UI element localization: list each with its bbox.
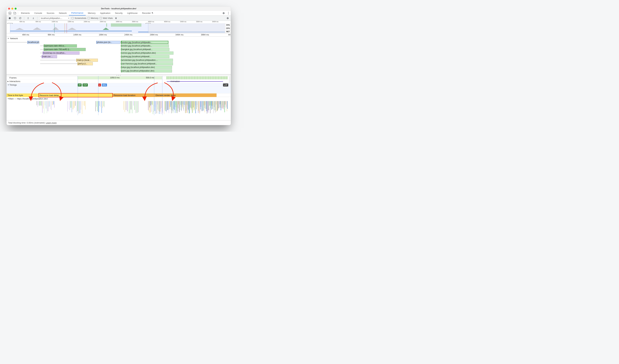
main-thread-label: Main — https://localhost.philipwalton.de… bbox=[9, 98, 48, 100]
tab-memory[interactable]: Memory bbox=[86, 11, 98, 15]
network-request[interactable]: photos.json (lo... bbox=[96, 41, 120, 44]
network-request[interactable]: venice.jpg (localhost.philipwalton.dev) bbox=[121, 52, 174, 55]
network-request[interactable]: opensans-latin-400.w... bbox=[44, 44, 77, 47]
tab-network[interactable]: Network bbox=[57, 11, 69, 15]
zoom-icon[interactable] bbox=[15, 8, 17, 10]
network-header[interactable]: ▼ Network bbox=[6, 37, 231, 40]
webvitals-checkbox[interactable]: Web Vitals bbox=[100, 17, 113, 19]
network-request-label: bootstrap.css (localhos... bbox=[43, 52, 66, 54]
minimize-icon[interactable] bbox=[11, 8, 13, 10]
titlebar: DevTools - localhost.philipwalton.dev/ bbox=[6, 6, 231, 11]
timing-badge-fcp[interactable]: FCP bbox=[83, 84, 88, 86]
tab-application[interactable]: Application bbox=[98, 11, 113, 15]
timing-segment[interactable]: Resource load delay bbox=[39, 93, 113, 97]
frame-duration: 1050.0 ms bbox=[110, 77, 119, 79]
network-request[interactable]: san-francisco.jpg (localhost.philipwalt.… bbox=[121, 62, 173, 65]
timeline-tick: 494 ms bbox=[22, 33, 29, 36]
inspect-icon[interactable] bbox=[7, 11, 12, 15]
svg-point-3 bbox=[228, 12, 228, 12]
network-request[interactable]: main.css ... bbox=[42, 55, 57, 58]
network-request[interactable]: london.jpg (localhost.philipwalto... bbox=[121, 41, 169, 44]
svg-rect-2 bbox=[15, 13, 16, 14]
network-request[interactable]: main.js (local... bbox=[76, 59, 98, 62]
lane-label-net: NET bbox=[225, 30, 231, 33]
network-request[interactable]: tokyo.jpg (localhost.philipwalton.dev) bbox=[121, 66, 172, 69]
timeline-ruler[interactable]: 494 ms994 ms1494 ms1994 ms2494 ms2994 ms… bbox=[6, 33, 231, 37]
timeline-tick: 1994 ms bbox=[99, 33, 107, 36]
tab-recorder-[interactable]: Recorder ⚗ bbox=[140, 11, 155, 15]
timing-badge-l[interactable]: L bbox=[98, 84, 101, 86]
network-request[interactable]: perf.js (l... bbox=[78, 62, 93, 65]
splitter-icon[interactable]: • • • bbox=[6, 74, 231, 76]
timing-badge-fp[interactable]: FP bbox=[78, 84, 82, 86]
clear-icon[interactable] bbox=[18, 16, 22, 20]
tab-console[interactable]: Console bbox=[32, 11, 44, 15]
tab-security[interactable]: Security bbox=[113, 11, 125, 15]
network-request-label: london.jpg (localhost.philipwalto... bbox=[122, 45, 152, 47]
network-request[interactable]: opensans-latin-700.woff2 (l... bbox=[44, 48, 86, 51]
network-request[interactable]: london.jpg (localhost.philipwalto... bbox=[121, 44, 169, 47]
timing-badge-dcl[interactable]: DCL bbox=[102, 84, 107, 86]
timing-segment[interactable]: Element render delay bbox=[155, 93, 216, 97]
device-icon[interactable] bbox=[12, 11, 17, 15]
panel-tabs-row: ElementsConsoleSourcesNetworkPerformance… bbox=[6, 11, 231, 16]
timings-segments-row[interactable]: Time to first byteResource load delayRes… bbox=[6, 93, 231, 97]
tab-lighthouse[interactable]: Lighthouse bbox=[125, 11, 140, 15]
overview-tick: 494 ms bbox=[19, 21, 25, 23]
network-request-label: london.jpg (localhost.philipwalto... bbox=[122, 41, 152, 43]
network-request[interactable]: localhost.phi... bbox=[28, 41, 39, 44]
network-request-label: venice.jpg (localhost.philipwalton.dev) bbox=[122, 52, 156, 54]
frames-row[interactable]: Frames 1050.0 ms500.0 ms bbox=[6, 76, 231, 80]
scrollbar[interactable] bbox=[229, 76, 230, 83]
main-thread-header[interactable]: ▼ Main — https://localhost.philipwalton.… bbox=[6, 97, 231, 100]
network-request[interactable]: bangkok.jpg (localhost.philipwalt... bbox=[121, 48, 169, 51]
upload-icon[interactable] bbox=[26, 16, 30, 20]
close-icon[interactable] bbox=[8, 8, 10, 10]
kebab-icon[interactable] bbox=[226, 11, 231, 15]
network-waterfall[interactable]: localhost.phi...opensans-latin-400.w...o… bbox=[6, 40, 231, 74]
tab-elements[interactable]: Elements bbox=[19, 11, 32, 15]
svg-point-4 bbox=[228, 13, 228, 13]
overview-tick: 6494 ms bbox=[212, 21, 218, 23]
network-request-label: localhost.phi... bbox=[28, 41, 39, 43]
timeline-tick: 3994 ms bbox=[201, 33, 209, 36]
timeline-tick: 2994 ms bbox=[150, 33, 158, 36]
footer-link[interactable]: Learn more bbox=[46, 122, 56, 124]
download-icon[interactable] bbox=[31, 16, 35, 20]
reload-icon[interactable] bbox=[13, 16, 17, 20]
url-dropdown-label: localhost.philipwalton.... bbox=[41, 17, 62, 19]
network-request-label: opensans-latin-400.w... bbox=[44, 45, 66, 47]
lane-label-cpu: CPU bbox=[225, 27, 231, 30]
network-request[interactable]: sydney.jpg (localhost.philipwalt... bbox=[121, 55, 169, 58]
timing-segment[interactable]: Resource load duration bbox=[113, 93, 155, 97]
url-dropdown[interactable]: localhost.philipwalton.... bbox=[39, 16, 70, 20]
network-request[interactable]: amsterdam.jpg (localhost.philipwalton...… bbox=[121, 59, 173, 62]
timing-badge-lcp[interactable]: LCP bbox=[223, 84, 228, 86]
overview-tick: 3994 ms bbox=[132, 21, 138, 23]
timings-row[interactable]: ▼ Timings FPFCPLDCLLCP bbox=[6, 83, 231, 87]
overview-tick: 5994 ms bbox=[196, 21, 202, 23]
timing-segment[interactable]: Time to first byte bbox=[6, 93, 39, 97]
flame-panel: Frames 1050.0 ms500.0 ms ▶ Interactions … bbox=[6, 76, 231, 120]
tab-sources[interactable]: Sources bbox=[44, 11, 57, 15]
overview-panel[interactable]: 494 ms994 ms1494 ms1994 ms2494 ms2994 ms… bbox=[6, 21, 231, 33]
footer-text: Total blocking time: 0.00ms (estimated) bbox=[8, 122, 45, 124]
network-request-label: amsterdam.jpg (localhost.philipwalton...… bbox=[122, 59, 158, 61]
interactions-row[interactable]: ▶ Interactions Animation bbox=[6, 80, 231, 83]
network-request[interactable]: paris.jpg (localhost.philipwalton.dev) bbox=[121, 70, 172, 72]
record-icon[interactable] bbox=[8, 16, 12, 20]
tab-performance[interactable]: Performance bbox=[69, 11, 85, 15]
svg-line-8 bbox=[19, 17, 21, 19]
overview-tick: 1494 ms bbox=[52, 21, 58, 23]
trash-icon[interactable] bbox=[114, 16, 118, 20]
settings-icon[interactable] bbox=[221, 11, 226, 15]
panel-settings-icon[interactable] bbox=[226, 16, 229, 20]
main-flamegraph[interactable] bbox=[6, 100, 231, 115]
network-section: ▼ Network localhost.phi...opensans-latin… bbox=[6, 37, 231, 74]
lane-label-fps: FPS bbox=[225, 23, 231, 27]
memory-checkbox[interactable]: Memory bbox=[88, 17, 98, 19]
network-request-label: tokyo.jpg (localhost.philipwalton.dev) bbox=[122, 66, 155, 69]
screenshots-checkbox[interactable]: Screenshots bbox=[71, 17, 86, 19]
overview-tick: 994 ms bbox=[35, 21, 41, 23]
network-request[interactable]: bootstrap.css (localhos... bbox=[43, 52, 80, 55]
